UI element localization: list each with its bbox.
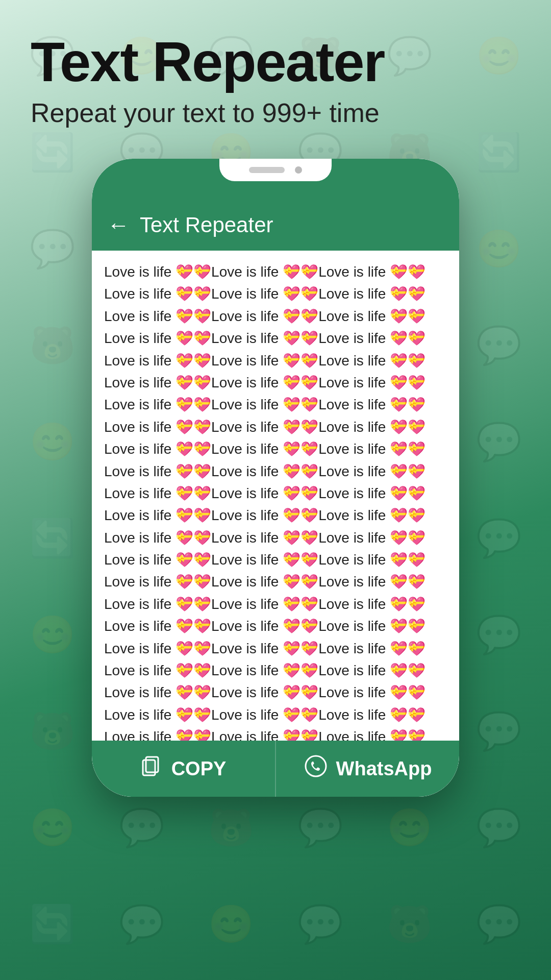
back-button[interactable]: ← [107,212,130,238]
app-toolbar: ← Text Repeater [92,200,459,251]
toolbar-title: Text Repeater [140,213,273,237]
svg-rect-1 [143,760,155,775]
content-area: Love is life 💝💝Love is life 💝💝Love is li… [92,251,459,741]
header-section: Text Repeater Repeat your text to 999+ t… [0,0,551,143]
copy-icon [141,755,163,782]
copy-label: COPY [171,758,227,780]
bottom-action-bar: COPY WhatsApp [92,741,459,797]
phone-mockup: ← Text Repeater Love is life 💝💝Love is l… [92,159,459,797]
whatsapp-label: WhatsApp [336,758,432,780]
phone-top-bar [92,159,459,200]
notch-pill [249,167,285,173]
svg-point-2 [306,756,326,776]
repeated-text-content: Love is life 💝💝Love is life 💝💝Love is li… [104,261,447,741]
app-subtitle: Repeat your text to 999+ time [31,97,520,128]
phone-notch [219,159,332,181]
notch-dot [295,166,302,174]
phone-container: ← Text Repeater Love is life 💝💝Love is l… [0,159,551,797]
copy-button[interactable]: COPY [92,741,276,797]
whatsapp-button[interactable]: WhatsApp [276,741,459,797]
app-title: Text Repeater [31,31,520,92]
whatsapp-icon [304,754,328,783]
